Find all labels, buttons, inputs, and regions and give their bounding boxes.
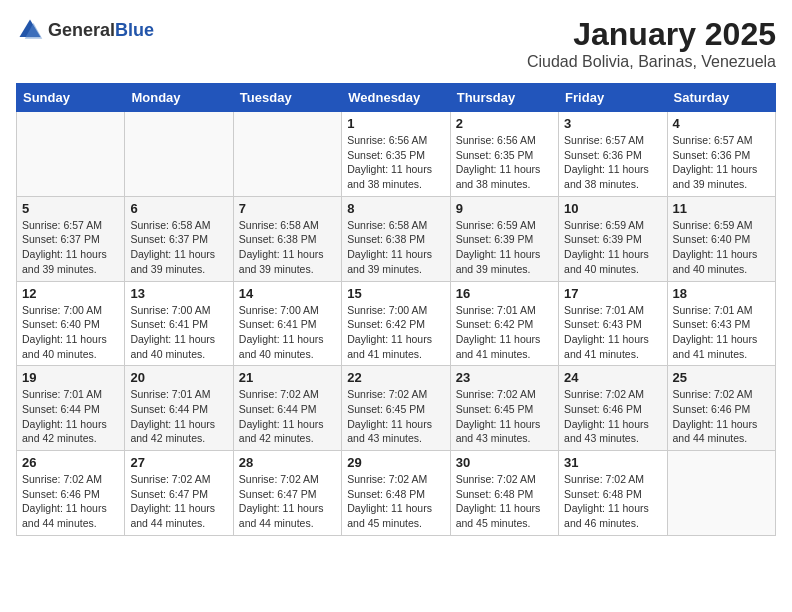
calendar-cell: 24Sunrise: 7:02 AM Sunset: 6:46 PM Dayli… [559, 366, 667, 451]
week-row-1: 1Sunrise: 6:56 AM Sunset: 6:35 PM Daylig… [17, 112, 776, 197]
column-header-saturday: Saturday [667, 84, 775, 112]
day-number: 8 [347, 201, 444, 216]
day-info: Sunrise: 7:02 AM Sunset: 6:48 PM Dayligh… [347, 472, 444, 531]
calendar-cell [667, 451, 775, 536]
calendar-cell: 25Sunrise: 7:02 AM Sunset: 6:46 PM Dayli… [667, 366, 775, 451]
day-info: Sunrise: 7:00 AM Sunset: 6:41 PM Dayligh… [239, 303, 336, 362]
calendar-cell: 11Sunrise: 6:59 AM Sunset: 6:40 PM Dayli… [667, 196, 775, 281]
calendar-cell: 29Sunrise: 7:02 AM Sunset: 6:48 PM Dayli… [342, 451, 450, 536]
calendar-cell: 13Sunrise: 7:00 AM Sunset: 6:41 PM Dayli… [125, 281, 233, 366]
calendar-cell: 16Sunrise: 7:01 AM Sunset: 6:42 PM Dayli… [450, 281, 558, 366]
calendar-cell: 17Sunrise: 7:01 AM Sunset: 6:43 PM Dayli… [559, 281, 667, 366]
column-header-tuesday: Tuesday [233, 84, 341, 112]
week-row-4: 19Sunrise: 7:01 AM Sunset: 6:44 PM Dayli… [17, 366, 776, 451]
calendar-cell: 1Sunrise: 6:56 AM Sunset: 6:35 PM Daylig… [342, 112, 450, 197]
calendar-cell: 7Sunrise: 6:58 AM Sunset: 6:38 PM Daylig… [233, 196, 341, 281]
logo-text-blue: Blue [115, 20, 154, 40]
calendar-table: SundayMondayTuesdayWednesdayThursdayFrid… [16, 83, 776, 536]
column-header-sunday: Sunday [17, 84, 125, 112]
calendar-cell: 5Sunrise: 6:57 AM Sunset: 6:37 PM Daylig… [17, 196, 125, 281]
calendar-cell: 9Sunrise: 6:59 AM Sunset: 6:39 PM Daylig… [450, 196, 558, 281]
day-number: 23 [456, 370, 553, 385]
day-info: Sunrise: 6:59 AM Sunset: 6:39 PM Dayligh… [564, 218, 661, 277]
day-number: 15 [347, 286, 444, 301]
day-info: Sunrise: 7:01 AM Sunset: 6:43 PM Dayligh… [564, 303, 661, 362]
day-info: Sunrise: 7:01 AM Sunset: 6:42 PM Dayligh… [456, 303, 553, 362]
day-info: Sunrise: 6:58 AM Sunset: 6:38 PM Dayligh… [239, 218, 336, 277]
week-row-5: 26Sunrise: 7:02 AM Sunset: 6:46 PM Dayli… [17, 451, 776, 536]
day-info: Sunrise: 7:00 AM Sunset: 6:41 PM Dayligh… [130, 303, 227, 362]
calendar-title: January 2025 [527, 16, 776, 53]
calendar-cell [17, 112, 125, 197]
day-number: 28 [239, 455, 336, 470]
day-info: Sunrise: 7:00 AM Sunset: 6:42 PM Dayligh… [347, 303, 444, 362]
day-number: 7 [239, 201, 336, 216]
calendar-cell: 23Sunrise: 7:02 AM Sunset: 6:45 PM Dayli… [450, 366, 558, 451]
day-number: 11 [673, 201, 770, 216]
day-number: 2 [456, 116, 553, 131]
calendar-cell [125, 112, 233, 197]
week-row-3: 12Sunrise: 7:00 AM Sunset: 6:40 PM Dayli… [17, 281, 776, 366]
day-number: 9 [456, 201, 553, 216]
day-info: Sunrise: 7:02 AM Sunset: 6:48 PM Dayligh… [456, 472, 553, 531]
calendar-cell: 4Sunrise: 6:57 AM Sunset: 6:36 PM Daylig… [667, 112, 775, 197]
calendar-cell: 18Sunrise: 7:01 AM Sunset: 6:43 PM Dayli… [667, 281, 775, 366]
title-block: January 2025 Ciudad Bolivia, Barinas, Ve… [527, 16, 776, 71]
day-info: Sunrise: 7:01 AM Sunset: 6:44 PM Dayligh… [22, 387, 119, 446]
day-number: 17 [564, 286, 661, 301]
calendar-cell: 12Sunrise: 7:00 AM Sunset: 6:40 PM Dayli… [17, 281, 125, 366]
day-info: Sunrise: 6:59 AM Sunset: 6:40 PM Dayligh… [673, 218, 770, 277]
day-number: 26 [22, 455, 119, 470]
column-header-thursday: Thursday [450, 84, 558, 112]
week-row-2: 5Sunrise: 6:57 AM Sunset: 6:37 PM Daylig… [17, 196, 776, 281]
day-number: 25 [673, 370, 770, 385]
day-info: Sunrise: 7:02 AM Sunset: 6:48 PM Dayligh… [564, 472, 661, 531]
day-info: Sunrise: 7:02 AM Sunset: 6:47 PM Dayligh… [239, 472, 336, 531]
calendar-cell: 27Sunrise: 7:02 AM Sunset: 6:47 PM Dayli… [125, 451, 233, 536]
calendar-cell: 31Sunrise: 7:02 AM Sunset: 6:48 PM Dayli… [559, 451, 667, 536]
day-number: 18 [673, 286, 770, 301]
day-info: Sunrise: 6:57 AM Sunset: 6:36 PM Dayligh… [673, 133, 770, 192]
day-number: 19 [22, 370, 119, 385]
day-number: 12 [22, 286, 119, 301]
day-info: Sunrise: 7:01 AM Sunset: 6:43 PM Dayligh… [673, 303, 770, 362]
column-header-friday: Friday [559, 84, 667, 112]
day-info: Sunrise: 7:02 AM Sunset: 6:45 PM Dayligh… [347, 387, 444, 446]
day-number: 31 [564, 455, 661, 470]
column-header-wednesday: Wednesday [342, 84, 450, 112]
day-info: Sunrise: 7:02 AM Sunset: 6:45 PM Dayligh… [456, 387, 553, 446]
day-number: 13 [130, 286, 227, 301]
day-info: Sunrise: 6:57 AM Sunset: 6:36 PM Dayligh… [564, 133, 661, 192]
day-number: 5 [22, 201, 119, 216]
day-number: 20 [130, 370, 227, 385]
day-number: 10 [564, 201, 661, 216]
calendar-cell: 15Sunrise: 7:00 AM Sunset: 6:42 PM Dayli… [342, 281, 450, 366]
logo-text-general: General [48, 20, 115, 40]
page-header: GeneralBlue January 2025 Ciudad Bolivia,… [16, 16, 776, 71]
logo: GeneralBlue [16, 16, 154, 44]
calendar-cell: 26Sunrise: 7:02 AM Sunset: 6:46 PM Dayli… [17, 451, 125, 536]
calendar-cell: 20Sunrise: 7:01 AM Sunset: 6:44 PM Dayli… [125, 366, 233, 451]
day-number: 27 [130, 455, 227, 470]
day-info: Sunrise: 7:02 AM Sunset: 6:44 PM Dayligh… [239, 387, 336, 446]
day-info: Sunrise: 7:01 AM Sunset: 6:44 PM Dayligh… [130, 387, 227, 446]
day-info: Sunrise: 6:56 AM Sunset: 6:35 PM Dayligh… [456, 133, 553, 192]
day-info: Sunrise: 6:59 AM Sunset: 6:39 PM Dayligh… [456, 218, 553, 277]
day-number: 22 [347, 370, 444, 385]
calendar-header-row: SundayMondayTuesdayWednesdayThursdayFrid… [17, 84, 776, 112]
day-number: 4 [673, 116, 770, 131]
calendar-cell: 3Sunrise: 6:57 AM Sunset: 6:36 PM Daylig… [559, 112, 667, 197]
day-number: 14 [239, 286, 336, 301]
day-info: Sunrise: 6:57 AM Sunset: 6:37 PM Dayligh… [22, 218, 119, 277]
day-info: Sunrise: 7:00 AM Sunset: 6:40 PM Dayligh… [22, 303, 119, 362]
calendar-cell: 19Sunrise: 7:01 AM Sunset: 6:44 PM Dayli… [17, 366, 125, 451]
day-number: 24 [564, 370, 661, 385]
day-info: Sunrise: 6:58 AM Sunset: 6:37 PM Dayligh… [130, 218, 227, 277]
calendar-cell: 14Sunrise: 7:00 AM Sunset: 6:41 PM Dayli… [233, 281, 341, 366]
day-number: 29 [347, 455, 444, 470]
day-number: 3 [564, 116, 661, 131]
day-number: 6 [130, 201, 227, 216]
calendar-cell: 30Sunrise: 7:02 AM Sunset: 6:48 PM Dayli… [450, 451, 558, 536]
day-info: Sunrise: 7:02 AM Sunset: 6:46 PM Dayligh… [673, 387, 770, 446]
calendar-cell [233, 112, 341, 197]
